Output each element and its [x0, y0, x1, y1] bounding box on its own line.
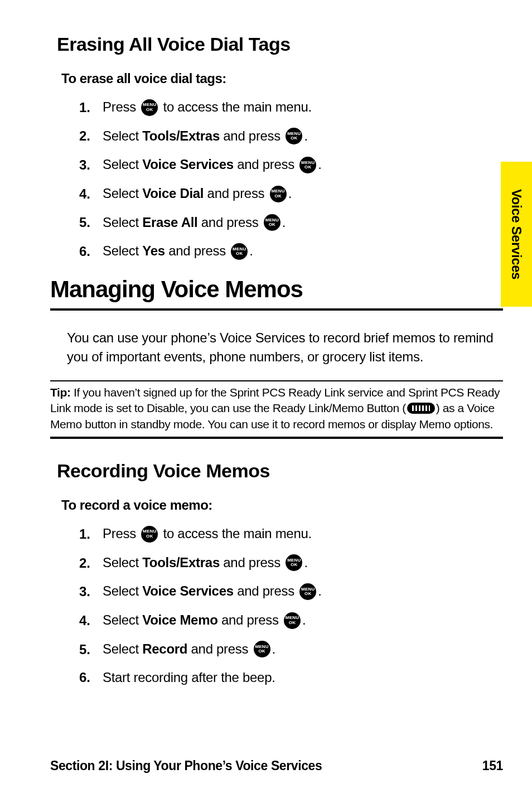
menu-ok-icon: MENUOK — [141, 526, 158, 543]
list-item: 6. Select Yes and press MENUOK. — [66, 243, 503, 260]
tip-block: Tip: If you haven’t signed up for the Sp… — [50, 380, 503, 439]
step-number: 1. — [66, 99, 90, 116]
step-number: 4. — [66, 186, 90, 202]
step-text: Select Voice Dial and press MENUOK. — [103, 185, 292, 203]
side-tab: Voice Services — [501, 162, 532, 307]
list-item: 3. Select Voice Services and press MENUO… — [66, 583, 503, 601]
step-text: Select Voice Services and press MENUOK. — [103, 583, 322, 601]
page-number: 151 — [482, 758, 503, 773]
list-item: 6. Start recording after the beep. — [66, 669, 503, 686]
divider — [50, 380, 503, 381]
divider — [50, 308, 503, 311]
list-item: 2. Select Tools/Extras and press MENUOK. — [66, 128, 503, 146]
step-number: 5. — [66, 214, 90, 231]
steps-recording: 1. Press MENUOK to access the main menu.… — [66, 525, 503, 686]
link-memo-button-icon — [407, 403, 435, 414]
tip-label: Tip: — [50, 386, 71, 399]
list-item: 5. Select Record and press MENUOK. — [66, 641, 503, 659]
step-text: Select Voice Services and press MENUOK. — [103, 156, 322, 174]
list-item: 3. Select Voice Services and press MENUO… — [66, 156, 503, 174]
step-number: 6. — [66, 669, 90, 686]
step-number: 1. — [66, 526, 90, 543]
list-item: 4. Select Voice Memo and press MENUOK. — [66, 612, 503, 630]
subtitle-erasing-tags: To erase all voice dial tags: — [61, 71, 503, 86]
menu-ok-icon: MENUOK — [264, 214, 280, 231]
heading-recording-voice-memos: Recording Voice Memos — [57, 460, 503, 482]
menu-ok-icon: MENUOK — [231, 243, 248, 260]
heading-managing-voice-memos: Managing Voice Memos — [50, 276, 503, 303]
menu-ok-icon: MENUOK — [286, 128, 302, 144]
menu-ok-icon: MENUOK — [299, 583, 316, 600]
step-text: Select Tools/Extras and press MENUOK. — [103, 128, 308, 146]
menu-ok-icon: MENUOK — [141, 99, 158, 116]
step-text: Select Erase All and press MENUOK. — [103, 214, 286, 232]
page-footer: Section 2I: Using Your Phone’s Voice Ser… — [50, 758, 503, 773]
step-number: 6. — [66, 243, 90, 260]
step-text: Select Tools/Extras and press MENUOK. — [103, 554, 308, 572]
step-number: 3. — [66, 583, 90, 600]
step-text: Select Yes and press MENUOK. — [103, 243, 253, 260]
step-number: 3. — [66, 157, 90, 173]
menu-ok-icon: MENUOK — [299, 157, 316, 173]
menu-ok-icon: MENUOK — [284, 612, 301, 629]
step-text: Select Voice Memo and press MENUOK. — [103, 612, 306, 630]
step-text: Press MENUOK to access the main menu. — [103, 525, 312, 543]
list-item: 1. Press MENUOK to access the main menu. — [66, 525, 503, 543]
list-item: 1. Press MENUOK to access the main menu. — [66, 99, 503, 117]
tip-text: Tip: If you haven’t signed up for the Sp… — [50, 385, 503, 432]
steps-erasing: 1. Press MENUOK to access the main menu.… — [66, 99, 503, 260]
menu-ok-icon: MENUOK — [270, 186, 287, 202]
step-text: Select Record and press MENUOK. — [103, 641, 275, 659]
list-item: 4. Select Voice Dial and press MENUOK. — [66, 185, 503, 203]
menu-ok-icon: MENUOK — [254, 641, 270, 657]
side-tab-label: Voice Services — [509, 189, 524, 279]
body-paragraph: You can use your phone’s Voice Services … — [67, 328, 503, 366]
step-number: 2. — [66, 128, 90, 144]
divider — [50, 437, 503, 439]
step-text: Start recording after the beep. — [103, 669, 275, 686]
step-text: Press MENUOK to access the main menu. — [103, 99, 312, 117]
subtitle-recording: To record a voice memo: — [61, 497, 503, 513]
step-number: 5. — [66, 641, 90, 658]
list-item: 5. Select Erase All and press MENUOK. — [66, 214, 503, 232]
footer-section-title: Section 2I: Using Your Phone’s Voice Ser… — [50, 758, 322, 773]
page: Erasing All Voice Dial Tags To erase all… — [0, 0, 532, 798]
step-number: 4. — [66, 612, 90, 629]
list-item: 2. Select Tools/Extras and press MENUOK. — [66, 554, 503, 572]
heading-erasing-tags: Erasing All Voice Dial Tags — [57, 33, 503, 55]
step-number: 2. — [66, 555, 90, 572]
menu-ok-icon: MENUOK — [286, 554, 302, 571]
